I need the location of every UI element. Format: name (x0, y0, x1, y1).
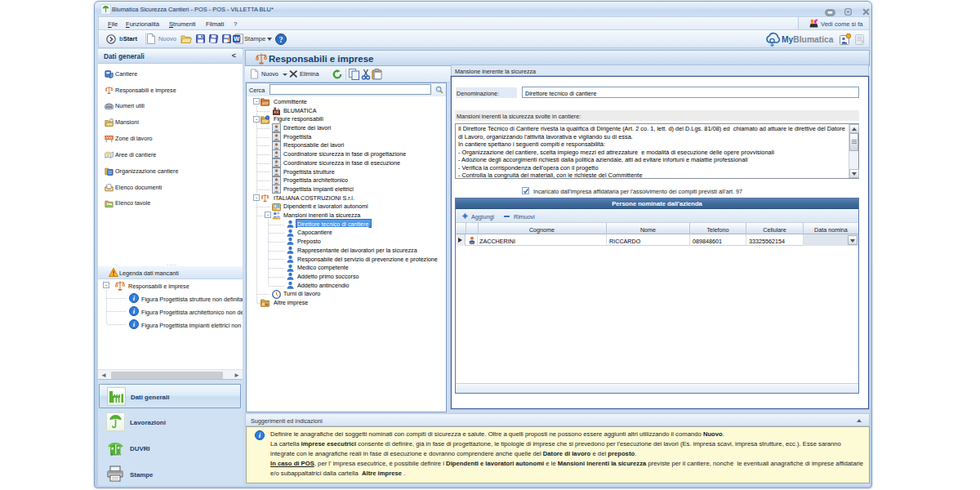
svg-text:W: W (234, 35, 239, 42)
svg-text:?: ? (279, 36, 283, 44)
svg-text:DUVRI: DUVRI (113, 454, 122, 457)
